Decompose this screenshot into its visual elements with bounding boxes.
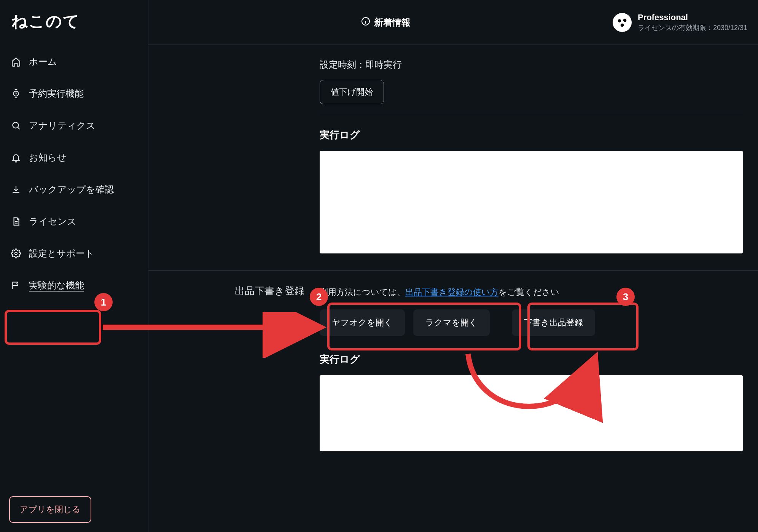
- plan-name: Professional: [638, 13, 747, 22]
- news-link[interactable]: 新着情報: [159, 16, 613, 29]
- section-draft-listing: 出品下書き登録 利用方法については、出品下書き登録の使い方をご覧ください ヤフオ…: [148, 271, 758, 468]
- avatar: [613, 13, 632, 32]
- desc-suffix: をご覧ください: [498, 287, 559, 297]
- svg-point-1: [13, 122, 18, 128]
- log-heading: 実行ログ: [320, 353, 743, 366]
- flag-icon: [11, 280, 21, 291]
- sidebar-item-label: ホーム: [29, 56, 57, 68]
- svg-point-4: [618, 19, 621, 22]
- search-icon: [11, 120, 21, 131]
- sidebar-item-label: ライセンス: [29, 215, 76, 228]
- sidebar-item-schedule[interactable]: 予約実行機能: [5, 79, 143, 108]
- topbar: 新着情報 Professional ライセンスの有効期限：2030/12/31: [148, 0, 758, 45]
- sidebar-item-label: バックアップを確認: [29, 183, 114, 196]
- section-price-down: 設定時刻：即時実行 値下げ開始 実行ログ: [148, 45, 758, 271]
- register-draft-button[interactable]: 下書き出品登録: [512, 309, 595, 336]
- sidebar-item-label: 実験的な機能: [29, 279, 84, 291]
- sidebar-item-news[interactable]: お知らせ: [5, 143, 143, 172]
- section-label: 出品下書き登録: [164, 284, 308, 451]
- close-app-button[interactable]: アプリを閉じる: [9, 496, 91, 523]
- sidebar-item-experimental[interactable]: 実験的な機能: [5, 271, 143, 300]
- news-label: 新着情報: [374, 16, 411, 29]
- svg-point-2: [15, 252, 18, 255]
- log-box: [320, 151, 743, 253]
- section-label: [164, 59, 308, 253]
- app-title: ねこのて: [0, 11, 148, 43]
- bell-icon: [11, 152, 21, 163]
- main: 新着情報 Professional ライセンスの有効期限：2030/12/31 …: [148, 0, 758, 532]
- nav: ホーム 予約実行機能 アナリティクス お知らせ: [0, 43, 148, 304]
- sidebar-item-license[interactable]: ライセンス: [5, 207, 143, 236]
- log-box: [320, 375, 743, 451]
- svg-point-6: [621, 23, 624, 27]
- plan-expiry: ライセンスの有効期限：2030/12/31: [638, 23, 747, 32]
- sidebar-item-settings[interactable]: 設定とサポート: [5, 239, 143, 268]
- watch-icon: [11, 88, 21, 99]
- sidebar-item-label: アナリティクス: [29, 119, 96, 132]
- price-down-start-button[interactable]: 値下げ開始: [320, 80, 384, 104]
- divider: [320, 115, 743, 115]
- document-icon: [11, 216, 21, 227]
- account-block: Professional ライセンスの有効期限：2030/12/31: [613, 13, 747, 32]
- open-rakuma-button[interactable]: ラクマを開く: [413, 309, 490, 336]
- sidebar-item-home[interactable]: ホーム: [5, 47, 143, 76]
- draft-description: 利用方法については、出品下書き登録の使い方をご覧ください: [320, 284, 743, 300]
- sidebar: ねこのて ホーム 予約実行機能 アナリティクス: [0, 0, 148, 532]
- info-icon: [361, 17, 370, 28]
- svg-point-5: [623, 19, 627, 22]
- sidebar-item-label: 設定とサポート: [29, 247, 94, 260]
- sidebar-item-label: お知らせ: [29, 151, 67, 164]
- desc-prefix: 利用方法については、: [320, 287, 405, 297]
- home-icon: [11, 56, 21, 67]
- log-heading: 実行ログ: [320, 128, 743, 142]
- draft-usage-link[interactable]: 出品下書き登録の使い方: [405, 287, 498, 297]
- sidebar-item-analytics[interactable]: アナリティクス: [5, 111, 143, 140]
- content: 設定時刻：即時実行 値下げ開始 実行ログ 出品下書き登録 利用方法については、出…: [148, 45, 758, 532]
- sidebar-item-label: 予約実行機能: [29, 88, 84, 100]
- sidebar-item-backup[interactable]: バックアップを確認: [5, 175, 143, 204]
- open-yahoo-button[interactable]: ヤフオクを開く: [320, 309, 405, 336]
- setting-time-text: 設定時刻：即時実行: [320, 59, 743, 71]
- gear-icon: [11, 248, 21, 259]
- download-icon: [11, 184, 21, 195]
